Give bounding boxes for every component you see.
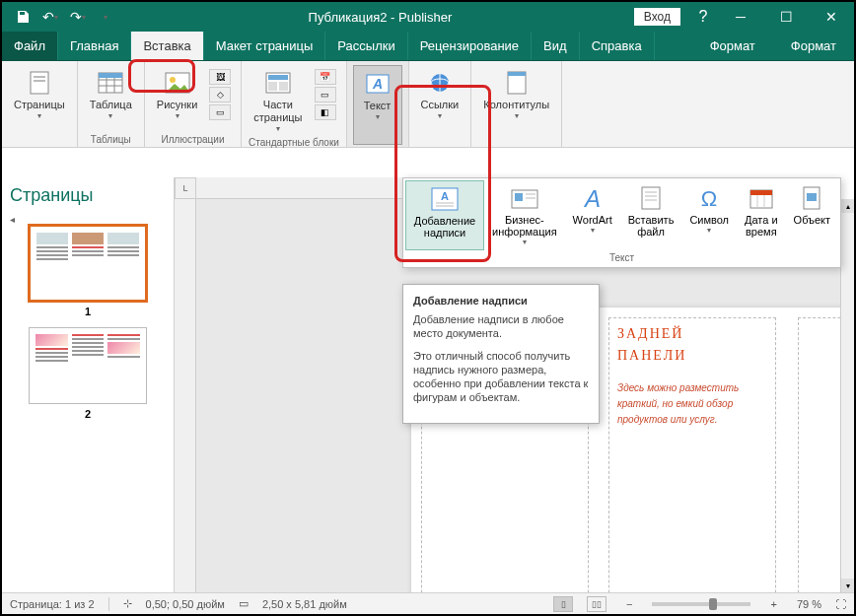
svg-text:A: A (583, 185, 601, 211)
page-parts-icon (264, 69, 292, 97)
tab-mailings[interactable]: Рассылки (325, 32, 407, 60)
online-pictures-button[interactable]: 🖼 (209, 69, 231, 85)
tab-page-layout[interactable]: Макет страницы (204, 32, 326, 60)
table-icon (97, 69, 124, 97)
status-bar: Страница: 1 из 2 ⊹ 0,50; 0,50 дюйм ▭ 2,5… (2, 592, 854, 614)
zoom-thumb[interactable] (709, 598, 717, 610)
save-icon[interactable] (14, 8, 32, 26)
view-spread-button[interactable]: ▯▯ (587, 596, 606, 612)
shapes-button[interactable]: ◇ (209, 87, 231, 103)
page-column-3[interactable]: Название организации Основной адрес орга… (798, 317, 840, 592)
tab-review[interactable]: Рецензирование (408, 32, 532, 60)
calendars-button[interactable]: 📅 (315, 69, 336, 85)
scroll-up-button[interactable]: ▴ (841, 199, 855, 213)
picture-placeholder-button[interactable]: ▭ (209, 104, 231, 120)
zoom-slider[interactable] (652, 602, 750, 606)
page-icon (26, 69, 53, 97)
ribbon: Страницы ▾ Таблица ▾ Таблицы Рисунки ▾ 🖼 (2, 61, 854, 148)
pages-panel: Страницы ◂ 1 2 (2, 177, 175, 592)
tab-view[interactable]: Вид (532, 32, 580, 60)
ruler-corner[interactable]: L (175, 177, 196, 199)
svg-rect-13 (268, 82, 277, 91)
page-column-2[interactable]: ЗАДНЕЙ ПАНЕЛИ Здесь можно разместить кра… (608, 317, 776, 592)
page-parts-button[interactable]: Части страницы ▾ (248, 65, 308, 135)
svg-rect-0 (31, 72, 48, 94)
scroll-down-button[interactable]: ▾ (841, 579, 855, 592)
status-page[interactable]: Страница: 1 из 2 (10, 598, 95, 610)
textbox-icon: A (429, 185, 461, 213)
undo-icon[interactable]: ↶▾ (41, 8, 59, 26)
svg-rect-14 (279, 82, 288, 91)
login-button[interactable]: Вход (634, 8, 680, 26)
vertical-scrollbar[interactable]: ▴ ▾ (840, 199, 854, 592)
tooltip: Добавление надписи Добавление надписи в … (402, 284, 600, 424)
svg-point-10 (170, 77, 176, 83)
borders-button[interactable]: ▭ (315, 87, 336, 103)
wordart-button[interactable]: A WordArt▾ (565, 180, 620, 250)
tab-help[interactable]: Справка (580, 32, 655, 60)
business-info-button[interactable]: Бизнес- информация▾ (484, 180, 565, 250)
status-position-icon: ⊹ (123, 597, 132, 610)
insert-file-button[interactable]: Вставить файл (620, 180, 682, 250)
tooltip-text-2: Это отличный способ получить надпись нуж… (413, 349, 589, 405)
fit-page-button[interactable]: ⛶ (835, 598, 846, 610)
table-button[interactable]: Таблица ▾ (84, 65, 138, 132)
title-bar: ↶▾ ↷▾ ▾ Публикация2 - Publisher Вход ? ─… (2, 2, 854, 32)
qat-customize-icon[interactable]: ▾ (97, 8, 114, 26)
tab-file[interactable]: Файл (2, 32, 58, 60)
page-thumb-1[interactable]: 1 (10, 225, 166, 317)
svg-rect-21 (508, 72, 526, 76)
ads-button[interactable]: ◧ (315, 104, 336, 120)
text-button[interactable]: A Текст ▾ (353, 65, 402, 145)
ruler-vertical[interactable] (175, 199, 196, 592)
tab-home[interactable]: Главная (58, 32, 131, 60)
svg-text:A: A (441, 190, 449, 202)
symbol-button[interactable]: Ω Символ▾ (681, 180, 737, 250)
tab-insert[interactable]: Вставка (131, 32, 203, 60)
page-thumb-2[interactable]: 2 (10, 327, 166, 420)
quick-access-toolbar: ↶▾ ↷▾ ▾ (2, 8, 126, 26)
chevron-down-icon: ▾ (176, 111, 179, 120)
textbox-button[interactable]: A Добавление надписи (405, 180, 484, 250)
text-icon: A (364, 70, 392, 98)
header-footer-icon (503, 69, 531, 97)
zoom-level[interactable]: 79 % (797, 598, 821, 610)
chevron-down-icon: ▾ (438, 111, 442, 120)
window-title: Публикация2 - Publisher (126, 10, 634, 25)
business-icon (509, 184, 540, 212)
group-building-blocks: Части страницы ▾ 📅 ▭ ◧ Стандартные блоки (242, 61, 346, 147)
view-single-button[interactable]: ▯ (553, 596, 573, 612)
header-footer-button[interactable]: Колонтитулы ▾ (477, 65, 555, 145)
help-icon[interactable]: ? (688, 2, 718, 32)
close-button[interactable]: ✕ (809, 2, 854, 32)
object-button[interactable]: Объект (786, 180, 838, 250)
tooltip-text-1: Добавление надписи в любое место докумен… (413, 312, 589, 341)
tab-format-1[interactable]: Формат (692, 32, 773, 60)
tab-format-2[interactable]: Формат (773, 32, 854, 60)
svg-text:Ω: Ω (701, 186, 717, 210)
group-header-footer: Колонтитулы ▾ (471, 61, 562, 147)
date-time-button[interactable]: Дата и время (737, 180, 786, 250)
pages-button[interactable]: Страницы ▾ (8, 65, 71, 143)
group-text: A Текст ▾ (347, 61, 409, 147)
zoom-out-button[interactable]: − (620, 598, 638, 610)
svg-rect-27 (515, 193, 523, 201)
text-flyout: A Добавление надписи Бизнес- информация▾… (402, 177, 841, 268)
panel-title: Страницы (10, 185, 166, 206)
minimize-button[interactable]: ─ (718, 2, 763, 32)
svg-rect-2 (34, 80, 45, 82)
panel-collapse-icon[interactable]: ◂ (10, 214, 166, 225)
status-position: 0,50; 0,50 дюйм (146, 598, 225, 610)
svg-rect-31 (642, 187, 660, 209)
links-button[interactable]: Ссылки ▾ (415, 65, 465, 145)
chevron-down-icon: ▾ (515, 111, 519, 120)
pictures-button[interactable]: Рисунки ▾ (151, 65, 204, 132)
svg-text:A: A (371, 76, 382, 92)
svg-rect-37 (750, 190, 772, 195)
file-icon (635, 184, 667, 212)
zoom-in-button[interactable]: + (764, 598, 782, 610)
chevron-down-icon: ▾ (108, 111, 112, 120)
svg-rect-41 (807, 193, 817, 201)
maximize-button[interactable]: ☐ (763, 2, 809, 32)
redo-icon[interactable]: ↷▾ (69, 8, 87, 26)
